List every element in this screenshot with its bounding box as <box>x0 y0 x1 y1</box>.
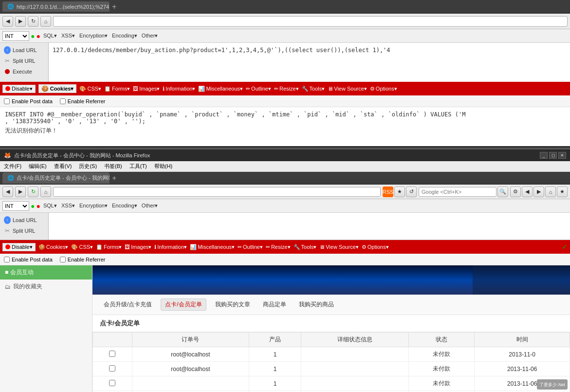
bottom-forward-button[interactable]: ▶ <box>15 187 26 197</box>
top-browser-tab[interactable]: 🌐 http://127.0.0.1/d....(select%201);%27… <box>2 1 110 12</box>
search-input[interactable] <box>419 187 496 197</box>
back-button[interactable]: ◀ <box>2 16 13 27</box>
home-button[interactable]: ⌂ <box>40 16 51 27</box>
forward-button[interactable]: ▶ <box>15 16 26 27</box>
tab-card-order[interactable]: 点卡/会员定单 <box>161 299 206 311</box>
bottom-refresh-button[interactable]: ↻ <box>28 187 38 197</box>
bottom-tools-button[interactable]: 🔧 Tools▾ <box>294 244 317 250</box>
bottom-images-icon: 🖼 <box>125 244 130 250</box>
refresh-button[interactable]: ↻ <box>28 16 38 27</box>
table-row: root@localhost 1 未付款 2013-11-0 <box>93 347 570 362</box>
css-button[interactable]: 🎨 CSS▾ <box>79 86 101 92</box>
nav-extra-2[interactable]: ◀ <box>522 187 533 197</box>
bottom-resize-button[interactable]: ✏ Resize▾ <box>266 244 291 250</box>
sidebar-favorites-item[interactable]: 🗂 我的收藏夹 <box>0 280 92 294</box>
bottom-outline-button[interactable]: ✏ Outline▾ <box>238 244 263 250</box>
disable-button[interactable]: Disable▾ <box>2 85 36 93</box>
options-button[interactable]: ⚙ Options▾ <box>370 86 397 92</box>
bottom-load-url-icon: ↑ <box>4 217 11 224</box>
bottom-tab-bar: 🌐 点卡/会员历史定单 - 会员中心 - 我的网站 ✕ + <box>0 172 570 185</box>
bottom-tab-add-icon[interactable]: + <box>112 174 116 183</box>
bottom-cookies-button[interactable]: 🍪 Cookies▾ <box>38 244 69 250</box>
tab-add-icon[interactable]: + <box>112 2 116 11</box>
menu-history[interactable]: 历史(S) <box>79 163 97 170</box>
images-icon: 🖼 <box>133 86 138 92</box>
minimize-button[interactable]: _ <box>540 152 548 159</box>
encoding-button[interactable]: Encoding▾ <box>110 33 139 39</box>
bottom-xss-button[interactable]: XSS▾ <box>60 203 76 209</box>
bottom-forms-button[interactable]: 📋 Forms▾ <box>96 244 122 250</box>
restore-button[interactable]: ◻ <box>549 152 557 159</box>
tab-articles[interactable]: 我购买的文章 <box>211 299 254 310</box>
encryption-button[interactable]: Encryption▾ <box>78 33 109 39</box>
menu-view[interactable]: 查看(V) <box>54 163 72 170</box>
top-url-input[interactable]: 127.0.0.1/dedecms/member/buy_action.php?… <box>53 16 568 27</box>
bottom-information-button[interactable]: ℹ Information▾ <box>154 244 187 250</box>
menu-tools[interactable]: 工具(T) <box>129 163 147 170</box>
top-browser-window: 🌐 http://127.0.0.1/d....(select%201);%27… <box>0 0 570 149</box>
tab-goods-order[interactable]: 商品定单 <box>259 299 290 310</box>
bottom-other-button[interactable]: Other▾ <box>140 203 160 209</box>
information-button[interactable]: ℹ Information▾ <box>163 86 195 92</box>
enable-referrer-checkbox[interactable] <box>60 98 66 104</box>
bottom-enable-referrer-checkbox[interactable] <box>60 257 66 262</box>
sql-button[interactable]: SQL▾ <box>42 33 58 39</box>
int-select[interactable]: INT <box>2 31 29 41</box>
nav-extra-5[interactable]: ★ <box>557 187 568 197</box>
bottom-url-input[interactable]: 127.0.0.1/dedecms/member/operation.php <box>53 187 381 197</box>
menu-bookmarks[interactable]: 书签(B) <box>104 163 122 170</box>
bottom-sql-button[interactable]: SQL▾ <box>42 203 58 209</box>
split-url-button[interactable]: ✂ Split URL <box>0 56 48 66</box>
bottom-view-source-button[interactable]: 🖥 View Source▾ <box>319 244 359 250</box>
rss-button[interactable]: RSS <box>383 187 393 197</box>
nav-extra-4[interactable]: ⌂ <box>545 187 556 197</box>
resize-button[interactable]: ✏ Resize▾ <box>274 86 299 92</box>
menu-help[interactable]: 帮助(H) <box>154 163 172 170</box>
row-checkbox-2[interactable] <box>109 365 115 372</box>
bottom-home-button[interactable]: ⌂ <box>40 187 51 197</box>
outline-button[interactable]: ✏ Outline▾ <box>246 86 271 92</box>
bottom-back-button[interactable]: ◀ <box>2 187 13 197</box>
bottom-encoding-button[interactable]: Encoding▾ <box>110 203 139 209</box>
tab-upgrade[interactable]: 会员升级/点卡充值 <box>100 299 156 310</box>
view-source-button[interactable]: 🖥 View Source▾ <box>328 86 367 92</box>
bottom-outline-icon: ✏ <box>238 244 242 250</box>
tab-goods-bought[interactable]: 我购买的商品 <box>295 299 338 310</box>
bottom-css-button[interactable]: 🎨 CSS▾ <box>71 244 93 250</box>
load-url-button[interactable]: ↑ Load URL <box>0 45 48 56</box>
bottom-enable-referrer-group: Enable Referrer <box>60 257 106 262</box>
forms-button[interactable]: 📋 Forms▾ <box>104 86 130 92</box>
disable-icon <box>5 86 10 91</box>
star-button[interactable]: ★ <box>394 187 405 197</box>
search-button[interactable]: 🔍 <box>497 187 508 197</box>
bottom-split-url-button[interactable]: ✂ Split URL <box>0 225 48 236</box>
bottom-load-url-button[interactable]: ↑ Load URL <box>0 215 48 225</box>
execute-button[interactable]: Execute <box>0 66 48 77</box>
bottom-images-button[interactable]: 🖼 Images▾ <box>125 244 151 250</box>
top-tab-bar: 🌐 http://127.0.0.1/d....(select%201);%27… <box>0 0 570 14</box>
reload-button[interactable]: ↺ <box>406 187 417 197</box>
tools-button[interactable]: 🔧 Tools▾ <box>302 86 325 92</box>
close-window-button[interactable]: ✕ <box>558 152 566 159</box>
bottom-encryption-button[interactable]: Encryption▾ <box>78 203 109 209</box>
bottom-browser-tab[interactable]: 🌐 点卡/会员历史定单 - 会员中心 - 我的网站 ✕ <box>2 172 110 184</box>
bottom-disable-button[interactable]: Disable▾ <box>2 243 36 251</box>
nav-extra-3[interactable]: ▶ <box>533 187 544 197</box>
xss-button[interactable]: XSS▾ <box>60 33 76 39</box>
menu-file[interactable]: 文件(F) <box>4 163 21 170</box>
cookies-button[interactable]: 🍪 Cookies▾ <box>38 84 77 93</box>
bottom-misc-button[interactable]: 📊 Miscellaneous▾ <box>190 244 235 250</box>
bottom-misc-icon: 📊 <box>190 244 197 250</box>
enable-post-checkbox[interactable] <box>4 98 10 104</box>
bottom-options-button[interactable]: ⚙ Options▾ <box>362 244 389 250</box>
other-button[interactable]: Other▾ <box>140 33 160 39</box>
row-checkbox-1[interactable] <box>109 351 115 357</box>
nav-extra-1[interactable]: ⚙ <box>510 187 521 197</box>
miscellaneous-button[interactable]: 📊 Miscellaneous▾ <box>198 86 243 92</box>
bottom-int-select[interactable]: INT <box>2 201 29 211</box>
menu-edit[interactable]: 编辑(E) <box>29 163 47 170</box>
tab-title: http://127.0.0.1/d....(select%201);%274 <box>17 4 109 10</box>
images-button[interactable]: 🖼 Images▾ <box>133 86 160 92</box>
row-checkbox-3[interactable] <box>109 380 115 386</box>
bottom-enable-post-checkbox[interactable] <box>4 257 10 262</box>
